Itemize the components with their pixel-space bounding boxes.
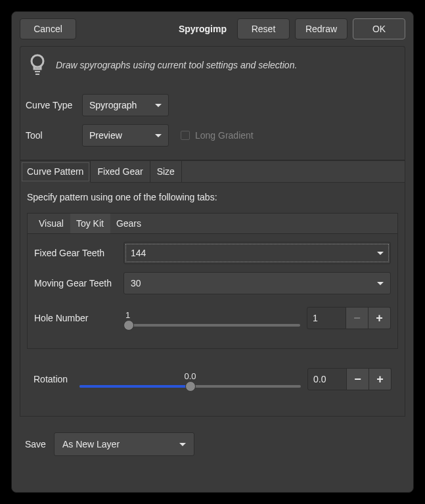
rotation-slider[interactable]: 0.0 [79, 363, 301, 395]
svg-rect-1 [35, 71, 40, 72]
chevron-down-icon [377, 252, 384, 255]
top-options: Curve Type Spyrograph Tool Preview Long … [20, 83, 405, 160]
moving-gear-teeth-value: 30 [131, 278, 141, 288]
rotation-increment[interactable]: + [369, 368, 391, 390]
dialog-window: Cancel Spyrogimp Reset Redraw OK Draw sp… [11, 11, 414, 493]
rotation-spinbox: − + [307, 368, 391, 390]
slider-thumb[interactable] [185, 381, 196, 392]
curve-type-value: Spyrograph [89, 100, 137, 110]
long-gradient-label: Long Gradient [195, 130, 254, 141]
tab-curve-pattern[interactable]: Curve Pattern [20, 161, 91, 183]
hint-box: Draw spyrographs using current tool sett… [20, 46, 405, 83]
save-label: Save [25, 439, 46, 449]
tab-body-curve-pattern: Specify pattern using one of the followi… [20, 183, 405, 416]
tab-size[interactable]: Size [150, 161, 182, 182]
header-bar: Cancel Spyrogimp Reset Redraw OK [12, 12, 413, 46]
tab-fixed-gear[interactable]: Fixed Gear [91, 161, 150, 182]
svg-rect-2 [35, 74, 39, 75]
rotation-decrement[interactable]: − [347, 368, 369, 390]
cancel-button[interactable]: Cancel [20, 18, 76, 39]
save-value: As New Layer [62, 439, 120, 449]
chevron-down-icon [155, 134, 162, 137]
main-tabs: Curve Pattern Fixed Gear Size Specify pa… [20, 160, 405, 417]
ok-button[interactable]: OK [353, 18, 405, 39]
tool-dropdown[interactable]: Preview [82, 124, 169, 147]
tool-value: Preview [89, 130, 122, 141]
rotation-row: Rotation 0.0 − + [27, 349, 398, 403]
reset-button[interactable]: Reset [237, 18, 290, 39]
tab-toy-kit[interactable]: Toy Kit [70, 214, 110, 233]
tab-gears[interactable]: Gears [110, 214, 148, 233]
moving-gear-teeth-label: Moving Gear Teeth [34, 278, 117, 288]
tab-visual[interactable]: Visual [33, 214, 70, 233]
hole-number-label: Hole Number [34, 313, 117, 323]
chevron-down-icon [179, 443, 186, 446]
hole-number-decrement[interactable]: − [346, 307, 369, 329]
lightbulb-icon [28, 53, 47, 77]
curve-type-label: Curve Type [26, 100, 77, 110]
curve-type-dropdown[interactable]: Spyrograph [82, 94, 169, 116]
checkbox-box [181, 131, 190, 140]
redraw-button[interactable]: Redraw [295, 18, 347, 39]
svg-point-0 [32, 55, 43, 67]
long-gradient-checkbox[interactable]: Long Gradient [181, 130, 254, 141]
slider-thumb[interactable] [123, 320, 134, 331]
rotation-input[interactable] [307, 368, 347, 390]
rotation-display: 0.0 [79, 371, 301, 381]
chevron-down-icon [155, 104, 162, 107]
hole-number-input[interactable] [307, 307, 346, 329]
inner-tabs: Visual Toy Kit Gears Fixed Gear Teeth 14… [27, 213, 398, 349]
dialog-title: Spyrogimp [81, 24, 232, 34]
fixed-gear-teeth-dropdown[interactable]: 144 [123, 242, 391, 264]
fixed-gear-teeth-label: Fixed Gear Teeth [34, 248, 117, 258]
hint-text: Draw spyrographs using current tool sett… [56, 60, 297, 70]
inner-tabbar: Visual Toy Kit Gears [28, 214, 397, 234]
fixed-gear-teeth-value: 144 [131, 248, 146, 258]
rotation-label: Rotation [34, 374, 73, 384]
hole-number-display: 1 [123, 310, 300, 320]
pattern-caption: Specify pattern using one of the followi… [27, 192, 398, 202]
moving-gear-teeth-dropdown[interactable]: 30 [123, 272, 391, 294]
hole-number-increment[interactable]: + [369, 307, 391, 329]
hole-number-slider[interactable]: 1 [123, 302, 300, 334]
toy-kit-panel: Fixed Gear Teeth 144 Moving Gear Teeth 3… [28, 234, 397, 348]
save-dropdown[interactable]: As New Layer [54, 432, 194, 456]
tool-label: Tool [26, 130, 77, 141]
chevron-down-icon [377, 282, 384, 285]
save-row: Save As New Layer [25, 432, 400, 456]
hole-number-spinbox: − + [307, 307, 391, 329]
main-tabbar: Curve Pattern Fixed Gear Size [20, 161, 405, 183]
